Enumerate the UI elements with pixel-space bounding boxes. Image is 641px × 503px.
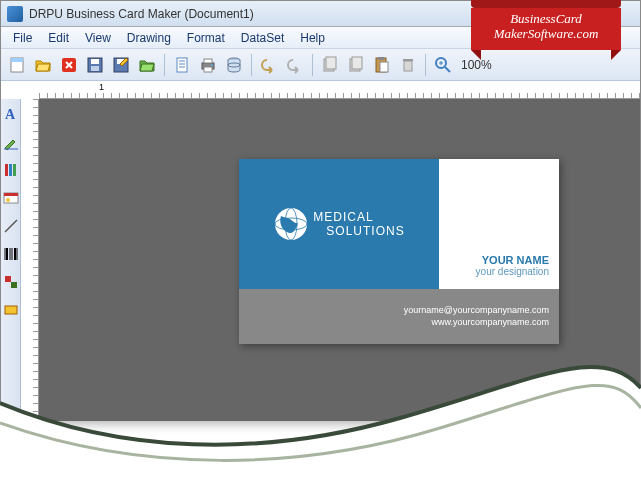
- text-tool[interactable]: A: [2, 105, 20, 123]
- delete-button[interactable]: [396, 53, 420, 77]
- card-email: yourname@yourcompanyname.com: [404, 305, 549, 317]
- menu-view[interactable]: View: [77, 29, 119, 47]
- svg-rect-8: [177, 58, 187, 72]
- menu-dataset[interactable]: DataSet: [233, 29, 292, 47]
- workspace: A: [1, 99, 640, 421]
- rect-tool[interactable]: [2, 301, 20, 319]
- canvas[interactable]: MEDICAL SOLUTIONS YOUR NAME your designa…: [39, 99, 640, 421]
- card-footer: yourname@yourcompanyname.com www.yourcom…: [239, 289, 559, 344]
- svg-rect-19: [326, 57, 336, 69]
- svg-rect-47: [11, 282, 17, 288]
- svg-rect-37: [4, 193, 18, 196]
- svg-rect-35: [13, 164, 16, 176]
- vertical-ruler: [21, 99, 39, 421]
- close-button[interactable]: [57, 53, 81, 77]
- svg-rect-13: [204, 59, 212, 63]
- promo-ribbon: BusinessCard MakerSoftware.com: [471, 0, 621, 52]
- menu-help[interactable]: Help: [292, 29, 333, 47]
- copy-button[interactable]: [344, 53, 368, 77]
- print-button[interactable]: [196, 53, 220, 77]
- business-card[interactable]: MEDICAL SOLUTIONS YOUR NAME your designa…: [239, 159, 559, 344]
- undo-button[interactable]: [257, 53, 281, 77]
- svg-rect-25: [404, 61, 412, 71]
- edit-button[interactable]: [109, 53, 133, 77]
- card-blue-panel: MEDICAL SOLUTIONS: [239, 159, 439, 289]
- line-tool[interactable]: [2, 217, 20, 235]
- open-button[interactable]: [31, 53, 55, 77]
- app-window: DRPU Business Card Maker (Document1) Fil…: [0, 0, 641, 420]
- svg-point-15: [211, 64, 213, 66]
- menu-file[interactable]: File: [5, 29, 40, 47]
- document-button[interactable]: [170, 53, 194, 77]
- barcode-tool[interactable]: [2, 245, 20, 263]
- svg-rect-4: [91, 59, 99, 64]
- open-folder-button[interactable]: [135, 53, 159, 77]
- new-button[interactable]: [5, 53, 29, 77]
- svg-rect-23: [378, 57, 384, 60]
- svg-rect-46: [5, 276, 11, 282]
- svg-rect-5: [91, 66, 99, 71]
- globe-icon: [273, 206, 309, 242]
- svg-line-28: [445, 67, 450, 72]
- toolbar: 100%: [1, 49, 640, 81]
- separator: [312, 54, 313, 76]
- svg-rect-26: [403, 59, 413, 61]
- svg-line-39: [5, 220, 17, 232]
- card-title: MEDICAL SOLUTIONS: [313, 210, 404, 239]
- separator: [164, 54, 165, 76]
- pen-tool[interactable]: [2, 133, 20, 151]
- redo-button[interactable]: [283, 53, 307, 77]
- separator: [251, 54, 252, 76]
- card-white-panel: YOUR NAME your designation: [439, 159, 559, 289]
- image-tool[interactable]: [2, 189, 20, 207]
- window-title: DRPU Business Card Maker (Document1): [29, 7, 254, 21]
- svg-rect-21: [352, 57, 362, 69]
- card-name: YOUR NAME: [482, 254, 549, 266]
- svg-rect-34: [9, 164, 12, 176]
- menu-format[interactable]: Format: [179, 29, 233, 47]
- save-button[interactable]: [83, 53, 107, 77]
- svg-rect-33: [5, 164, 8, 176]
- card-website: www.yourcompanyname.com: [431, 317, 549, 329]
- svg-rect-1: [11, 58, 23, 62]
- shape-tool[interactable]: [2, 273, 20, 291]
- tool-sidebar: A: [1, 99, 21, 421]
- svg-rect-14: [204, 67, 212, 72]
- menu-edit[interactable]: Edit: [40, 29, 77, 47]
- separator: [425, 54, 426, 76]
- horizontal-ruler: [39, 81, 640, 99]
- svg-rect-24: [380, 62, 388, 72]
- app-icon: [7, 6, 23, 22]
- svg-rect-48: [5, 306, 17, 314]
- database-button[interactable]: [222, 53, 246, 77]
- menu-drawing[interactable]: Drawing: [119, 29, 179, 47]
- zoom-button[interactable]: [431, 53, 455, 77]
- library-tool[interactable]: [2, 161, 20, 179]
- svg-text:A: A: [5, 107, 16, 122]
- card-designation: your designation: [476, 266, 549, 277]
- paste-button[interactable]: [370, 53, 394, 77]
- svg-point-38: [6, 198, 10, 202]
- cut-button[interactable]: [318, 53, 342, 77]
